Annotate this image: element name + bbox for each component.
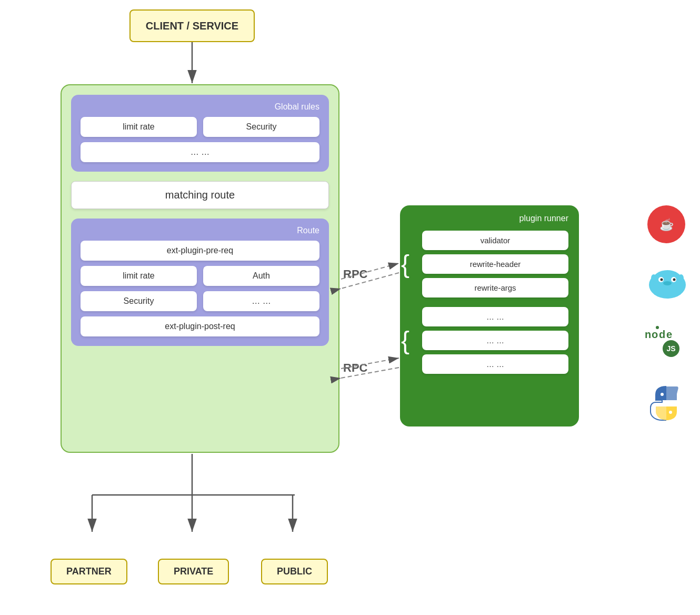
route-plugins-row1: limit rate Auth: [81, 266, 319, 286]
brace-left-2: {: [401, 307, 409, 374]
private-box: PRIVATE: [158, 559, 229, 584]
plugin-runner-box: plugin runner { validator rewrite-header…: [400, 205, 579, 426]
svg-point-9: [651, 274, 656, 282]
validator-box: validator: [422, 231, 568, 250]
limit-rate-global: limit rate: [81, 117, 197, 137]
public-label: PUBLIC: [277, 566, 312, 577]
auth-route: Auth: [203, 266, 319, 286]
svg-text:☕: ☕: [659, 217, 674, 232]
svg-text:JS: JS: [666, 344, 675, 353]
limit-rate-route: limit rate: [81, 266, 197, 286]
plugin-runner-group1: { validator rewrite-header rewrite-args: [411, 231, 568, 297]
rewrite-args-box: rewrite-args: [422, 278, 568, 297]
svg-point-19: [661, 393, 664, 396]
ellipsis-pr-1: … …: [422, 307, 568, 326]
ellipsis-pr-2: … …: [422, 331, 568, 350]
svg-point-7: [673, 279, 676, 281]
rpc-label-1: RPC: [343, 267, 367, 281]
svg-text:e: e: [666, 329, 672, 340]
python-icon: [647, 384, 685, 422]
svg-point-20: [669, 411, 672, 414]
client-service-label: CLIENT / SERVICE: [146, 20, 238, 32]
private-label: PRIVATE: [174, 566, 213, 577]
plugin-runner-label: plugin runner: [411, 214, 568, 223]
global-rules-plugins-row: limit rate Security: [81, 117, 319, 137]
svg-point-11: [663, 281, 672, 285]
rpc-label-2: RPC: [343, 361, 367, 375]
global-rules-label: Global rules: [81, 102, 319, 112]
svg-point-6: [661, 279, 663, 281]
partner-label: PARTNER: [66, 566, 112, 577]
rewrite-header-box: rewrite-header: [422, 254, 568, 274]
client-service-box: CLIENT / SERVICE: [129, 9, 255, 42]
route-label: Route: [81, 226, 319, 235]
partner-box: PARTNER: [51, 559, 127, 584]
diagram: CLIENT / SERVICE Global rules limit rate…: [0, 0, 700, 615]
ellipsis-pr-3: … …: [422, 354, 568, 374]
security-global: Security: [203, 117, 319, 137]
plugin-runner-group2: { … … … … … …: [411, 307, 568, 374]
route-plugins-row2: Security … …: [81, 291, 319, 311]
global-rules-ellipsis: … …: [81, 142, 319, 162]
java-icon: ☕: [647, 205, 685, 243]
ext-plugin-post-req: ext-plugin-post-req: [81, 316, 319, 336]
ellipsis-route: … …: [203, 291, 319, 311]
route-box: Route ext-plugin-pre-req limit rate Auth…: [71, 219, 329, 346]
svg-point-18: [656, 326, 659, 329]
public-box: PUBLIC: [261, 559, 328, 584]
svg-text:o: o: [652, 329, 658, 340]
nodejs-icon: n o d e JS: [642, 321, 689, 358]
global-rules-box: Global rules limit rate Security … …: [71, 95, 329, 172]
brace-left-1: {: [401, 231, 409, 297]
svg-point-10: [678, 274, 684, 282]
go-icon: [646, 262, 688, 304]
main-outer-container: Global rules limit rate Security … … mat…: [61, 84, 339, 453]
security-route: Security: [81, 291, 197, 311]
svg-text:n: n: [645, 329, 651, 340]
matching-route-box: matching route: [71, 181, 329, 209]
ext-plugin-pre-req: ext-plugin-pre-req: [81, 241, 319, 261]
matching-route-label: matching route: [165, 189, 235, 201]
svg-text:d: d: [659, 329, 665, 340]
